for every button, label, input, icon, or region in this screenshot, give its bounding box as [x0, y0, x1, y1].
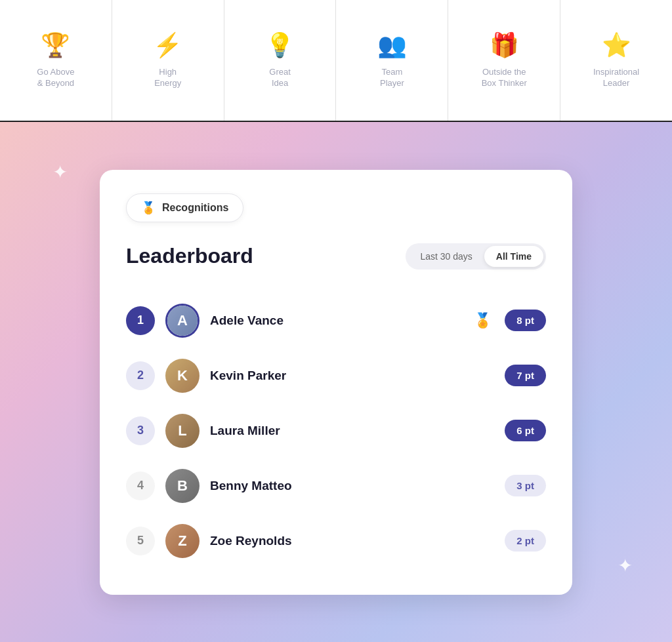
- points-badge-1: 8 pt: [505, 310, 546, 331]
- avatar-1: A: [165, 304, 200, 338]
- trophy-icon: 🏅: [474, 312, 492, 329]
- badge-card-high-energy[interactable]: ⚡ HighEnergy: [112, 0, 224, 121]
- main-area: ✦ ✦ 🏅 Recognitions Leaderboard Last 30 d…: [0, 122, 672, 642]
- go-above-beyond-icon: 🏆: [41, 31, 70, 59]
- leaderboard-row-4: 4 B Benny Matteo 3 pt: [126, 458, 546, 513]
- badge-card-go-above-beyond[interactable]: 🏆 Go Above& Beyond: [0, 0, 112, 121]
- time-filter: Last 30 daysAll Time: [406, 243, 546, 270]
- rank-badge-4: 4: [126, 471, 155, 500]
- go-above-beyond-label: Go Above& Beyond: [37, 67, 74, 89]
- points-badge-4: 3 pt: [505, 475, 546, 496]
- avatar-initials-2: K: [165, 359, 200, 393]
- outside-box-label: Outside theBox Thinker: [482, 67, 527, 89]
- person-name-1: Adele Vance: [210, 313, 463, 328]
- badge-card-great-idea[interactable]: 💡 GreatIdea: [224, 0, 337, 121]
- tab-label: Recognitions: [162, 202, 228, 214]
- great-idea-label: GreatIdea: [269, 67, 291, 89]
- leaderboard-row-1: 1 A Adele Vance 🏅 8 pt: [126, 293, 546, 348]
- leaderboard-header: Leaderboard Last 30 daysAll Time: [126, 243, 546, 270]
- person-name-3: Laura Miller: [210, 424, 494, 438]
- leaderboard-row-5: 5 Z Zoe Reynolds 2 pt: [126, 513, 546, 569]
- rank-badge-5: 5: [126, 527, 155, 555]
- points-badge-3: 6 pt: [505, 420, 546, 441]
- filter-last30[interactable]: Last 30 days: [408, 246, 484, 267]
- leaderboard-list: 1 A Adele Vance 🏅 8 pt 2 K Kevin Parker …: [126, 293, 546, 569]
- rank-badge-1: 1: [126, 306, 155, 335]
- points-badge-2: 7 pt: [505, 365, 546, 386]
- recognitions-tab[interactable]: 🏅 Recognitions: [126, 193, 243, 222]
- avatar-initials-4: B: [165, 469, 200, 503]
- rank-badge-3: 3: [126, 416, 155, 445]
- inspirational-leader-icon: ⭐: [602, 31, 631, 59]
- high-energy-label: HighEnergy: [154, 67, 181, 89]
- leaderboard-title: Leaderboard: [126, 244, 253, 268]
- main-card: 🏅 Recognitions Leaderboard Last 30 daysA…: [100, 170, 572, 595]
- avatar-4: B: [165, 469, 200, 503]
- high-energy-icon: ⚡: [153, 31, 182, 59]
- sparkle-top-left: ✦: [52, 161, 68, 183]
- badge-card-outside-box[interactable]: 🎁 Outside theBox Thinker: [448, 0, 560, 121]
- badge-card-inspirational-leader[interactable]: ⭐ InspirationalLeader: [560, 0, 672, 121]
- inspirational-leader-label: InspirationalLeader: [593, 67, 639, 89]
- leaderboard-row-3: 3 L Laura Miller 6 pt: [126, 403, 546, 458]
- outside-box-icon: 🎁: [490, 31, 519, 59]
- rank-badge-2: 2: [126, 361, 155, 390]
- person-name-2: Kevin Parker: [210, 369, 494, 383]
- person-name-4: Benny Matteo: [210, 479, 494, 493]
- badge-strip: 🏆 Go Above& Beyond ⚡ HighEnergy 💡 GreatI…: [0, 0, 672, 122]
- avatar-3: L: [165, 414, 200, 448]
- team-player-icon: 👥: [377, 31, 407, 59]
- sparkle-bottom-right: ✦: [618, 555, 633, 576]
- avatar-initials-5: Z: [165, 524, 200, 558]
- filter-alltime[interactable]: All Time: [484, 246, 543, 267]
- avatar-5: Z: [165, 524, 200, 558]
- team-player-label: TeamPlayer: [380, 67, 404, 89]
- medal-icon: 🏅: [141, 201, 156, 215]
- points-badge-5: 2 pt: [505, 530, 546, 552]
- tab-row: 🏅 Recognitions: [126, 193, 546, 222]
- great-idea-icon: 💡: [265, 31, 295, 59]
- leaderboard-row-2: 2 K Kevin Parker 7 pt: [126, 348, 546, 403]
- badge-card-team-player[interactable]: 👥 TeamPlayer: [336, 0, 448, 121]
- avatar-2: K: [165, 359, 200, 393]
- person-name-5: Zoe Reynolds: [210, 534, 494, 548]
- avatar-initials-3: L: [165, 414, 200, 448]
- avatar-initials-1: A: [167, 306, 198, 336]
